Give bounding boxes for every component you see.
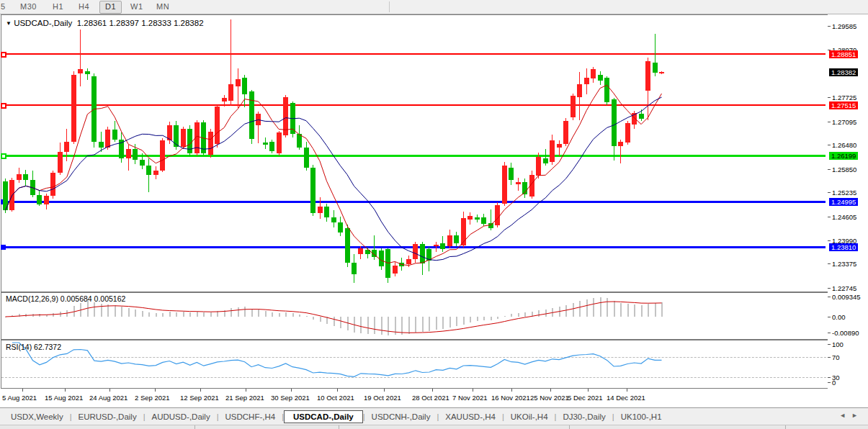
- macd-histogram-bar: [306, 316, 308, 317]
- price-tick: [828, 169, 831, 170]
- line-anchor-marker[interactable]: [1, 103, 6, 109]
- chart-tab-ukoil-h4[interactable]: UKOil-,H4: [504, 411, 555, 423]
- chart-tab-usdcad-daily[interactable]: USDCAD-,Daily: [284, 410, 363, 423]
- macd-histogram-bar: [60, 312, 61, 317]
- macd-histogram-bar: [381, 317, 382, 335]
- symbol-dropdown-arrow-icon[interactable]: ▼: [6, 20, 12, 27]
- rsi-level-70: [1, 357, 826, 358]
- macd-histogram-bar: [456, 317, 457, 326]
- macd-histogram-bar: [415, 317, 416, 333]
- macd-histogram-bar: [395, 317, 396, 335]
- date-tick: [22, 389, 23, 392]
- ohlc-readout: 1.28361 1.28397 1.28333 1.28382: [77, 19, 204, 27]
- date-axis-label: 5 Dec 2021: [568, 394, 603, 402]
- toolbar-divider: [389, 1, 390, 12]
- indicator-tick: [828, 333, 831, 333]
- price-level-line[interactable]: [1, 104, 826, 106]
- tab-scroll-right-icon[interactable]: ►: [851, 412, 864, 419]
- price-tick: [828, 122, 831, 122]
- line-anchor-marker[interactable]: [1, 245, 6, 250]
- timeframe-button-5[interactable]: 5: [0, 1, 11, 12]
- date-tick: [550, 389, 551, 392]
- date-axis-label: 14 Dec 2021: [607, 394, 645, 402]
- macd-histogram-bar: [238, 307, 239, 317]
- chart-tab-usdcnh-daily[interactable]: USDCNH-,Daily: [365, 411, 437, 423]
- price-tick: [828, 217, 831, 217]
- candle-body-down: [612, 99, 617, 146]
- price-level-line[interactable]: [1, 201, 826, 203]
- chart-tab-uk100-h1[interactable]: UK100-,H1: [614, 411, 668, 423]
- chart-tab-dj30-daily[interactable]: DJ30-,Daily: [556, 411, 612, 423]
- candle-body-down: [112, 130, 117, 140]
- candle-body-down: [338, 222, 343, 232]
- candle-body-down: [3, 181, 8, 210]
- macd-histogram-bar: [203, 312, 205, 317]
- candle-body-down: [133, 149, 138, 161]
- candle-wick: [545, 149, 546, 166]
- macd-histogram-bar: [538, 310, 540, 317]
- chart-tab-usdchf-h4[interactable]: USDCHF-,H4: [219, 411, 282, 423]
- date-axis-label: 25 Nov 2021: [530, 394, 569, 402]
- candle-body-down: [352, 263, 357, 274]
- candle-body-up: [222, 98, 227, 101]
- indicator-tick: [828, 382, 831, 383]
- date-axis-label: 28 Oct 2021: [412, 394, 449, 402]
- timeframe-button-h4[interactable]: H4: [73, 1, 94, 12]
- candle-body-down: [653, 63, 658, 73]
- macd-histogram-bar: [176, 312, 177, 317]
- macd-histogram-bar: [299, 315, 300, 317]
- macd-histogram-bar: [532, 312, 533, 317]
- timeframe-button-mn[interactable]: MN: [151, 1, 174, 12]
- macd-histogram-bar: [142, 311, 143, 317]
- chart-tab-usdx-weekly[interactable]: USDX,Weekly: [4, 411, 70, 423]
- tab-scroll-left-icon[interactable]: ◄: [839, 412, 851, 419]
- macd-histogram-bar: [244, 307, 246, 317]
- candle-body-down: [242, 78, 247, 94]
- candle-body-up: [467, 216, 473, 220]
- candle-body-up: [625, 123, 630, 143]
- price-level-line[interactable]: [1, 53, 826, 55]
- timeframe-button-w1[interactable]: W1: [125, 1, 148, 12]
- candle-body-down: [440, 243, 445, 250]
- macd-histogram-bar: [87, 301, 89, 317]
- indicator-tick: [828, 357, 831, 358]
- macd-histogram-bar: [661, 302, 663, 317]
- timeframe-button-m30[interactable]: M30: [15, 1, 42, 12]
- timeframe-button-d1[interactable]: D1: [99, 1, 122, 14]
- macd-histogram-bar: [518, 313, 519, 317]
- date-axis-label: 10 Oct 2021: [317, 394, 354, 402]
- candle-body-down: [331, 217, 336, 222]
- price-axis-label: 1.25850: [832, 166, 856, 173]
- macd-histogram-bar: [354, 317, 355, 333]
- candle-body-up: [557, 144, 562, 148]
- chart-tab-eurusd-daily[interactable]: EURUSD-,Daily: [72, 411, 143, 423]
- rsi-panel[interactable]: [1, 340, 828, 389]
- macd-histogram-bar: [620, 303, 622, 317]
- chart-tab-audusd-daily[interactable]: AUDUSD-,Daily: [146, 411, 217, 423]
- bottom-resize-strip[interactable]: [0, 425, 868, 429]
- candle-body-down: [91, 76, 97, 142]
- macd-histogram-bar: [565, 305, 567, 317]
- candle-body-up: [318, 207, 323, 213]
- candle-body-up: [550, 140, 555, 162]
- timeframe-button-h1[interactable]: H1: [48, 1, 68, 12]
- tab-scroll-arrows[interactable]: ◄►: [839, 412, 864, 419]
- line-anchor-marker[interactable]: [1, 153, 6, 159]
- date-tick: [432, 389, 433, 392]
- line-anchor-marker[interactable]: [1, 52, 6, 58]
- macd-histogram-bar: [148, 312, 150, 317]
- candle-body-down: [304, 148, 309, 168]
- macd-histogram-bar: [483, 317, 485, 320]
- price-tick: [828, 26, 831, 27]
- candle-body-up: [208, 132, 213, 155]
- price-badge: 1.28382: [829, 68, 858, 76]
- chart-tab-xauusd-h4[interactable]: XAUUSD-,H4: [439, 411, 502, 423]
- macd-histogram-bar: [313, 317, 314, 320]
- macd-histogram-bar: [19, 314, 20, 317]
- candle-body-up: [563, 121, 568, 144]
- price-tick: [828, 240, 831, 241]
- date-axis-label: 15 Aug 2021: [45, 394, 83, 402]
- price-level-line[interactable]: [1, 155, 826, 157]
- candle-body-down: [30, 180, 35, 195]
- macd-histogram-bar: [641, 305, 643, 317]
